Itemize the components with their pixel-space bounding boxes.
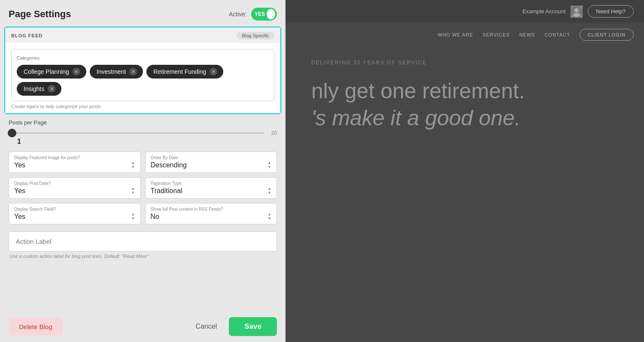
arrow-down-pagination-type: ▼ [267, 191, 271, 195]
dropdown-value-pagination-type: Traditional [151, 187, 182, 195]
settings-panel: Page Settings Active: YES BLOG FEED Blog… [0, 0, 286, 342]
tag-chip-college-planning[interactable]: College Planning ✕ [17, 65, 86, 79]
slider-value: 1 [9, 138, 277, 145]
arrow-down-order-by-date: ▼ [267, 165, 271, 169]
action-label-input[interactable] [9, 231, 277, 251]
blog-feed-header: BLOG FEED Blog Specific [5, 27, 280, 43]
svg-point-1 [574, 8, 579, 12]
dropdown-arrows-post-date: ▲ ▼ [131, 187, 135, 195]
slider-wrap: 20 [9, 130, 277, 136]
blog-feed-section: BLOG FEED Blog Specific Categories Colle… [4, 27, 281, 114]
need-help-button[interactable]: Need Help? [588, 5, 634, 18]
dropdown-order-by-date[interactable]: Order By Date: Descending ▲ ▼ [145, 151, 277, 173]
hero-content: Example Account Need Help? WHO WE ARE SE… [286, 0, 644, 144]
posts-per-page-label: Posts per Page [9, 119, 277, 126]
dropdown-arrows-search-field: ▲ ▼ [131, 212, 135, 221]
dropdown-pagination-type[interactable]: Pagination Type: Traditional ▲ ▼ [145, 177, 277, 199]
blog-specific-badge: Blog Specific [237, 32, 274, 39]
dropdown-search-field[interactable]: Display Search Field? Yes ▲ ▼ [9, 203, 141, 224]
hero-section: DELIVERING 35 YEARS OF SERVICE nly get o… [286, 47, 644, 144]
nav-services[interactable]: SERVICES [483, 32, 510, 37]
cancel-button[interactable]: Cancel [187, 318, 225, 335]
dropdown-value-row-rss-feeds: No ▲ ▼ [151, 212, 272, 221]
panel-title: Page Settings [9, 9, 71, 20]
account-avatar [571, 6, 583, 18]
footer-right: Cancel Save [187, 317, 277, 336]
dropdown-sublabel-order-by-date: Order By Date: [151, 155, 272, 160]
tag-label-retirement-funding: Retirement Funding [153, 68, 206, 75]
dropdowns-grid: Display Featured Image for posts? Yes ▲ … [0, 147, 286, 229]
dropdown-sublabel-featured-image: Display Featured Image for posts? [14, 155, 135, 160]
save-button[interactable]: Save [229, 317, 277, 336]
dropdown-value-row-order-by-date: Descending ▲ ▼ [151, 161, 272, 169]
dropdown-value-row-search-field: Yes ▲ ▼ [14, 212, 135, 221]
dropdown-sublabel-post-date: Display Post Date? [14, 181, 135, 186]
arrow-down-featured-image: ▼ [131, 165, 135, 169]
tag-label-insights: Insights [24, 85, 44, 92]
arrow-up-rss-feeds: ▲ [267, 212, 271, 216]
nav-who-we-are[interactable]: WHO WE ARE [437, 32, 473, 37]
arrow-down-post-date: ▼ [131, 191, 135, 195]
dropdown-sublabel-search-field: Display Search Field? [14, 207, 135, 212]
posts-per-page-section: Posts per Page 20 1 [0, 114, 286, 147]
panel-header: Page Settings Active: YES [0, 0, 286, 27]
blog-feed-title: BLOG FEED [11, 33, 43, 38]
tag-close-college-planning[interactable]: ✕ [73, 68, 80, 76]
arrow-up-post-date: ▲ [131, 187, 135, 191]
dropdown-arrows-rss-feeds: ▲ ▼ [267, 212, 271, 221]
tag-label-college-planning: College Planning [24, 68, 69, 75]
action-label-section: Use a custom action label for blog post … [0, 229, 286, 260]
toggle-knob [267, 9, 275, 19]
dropdown-post-date[interactable]: Display Post Date? Yes ▲ ▼ [9, 177, 141, 199]
tag-chip-retirement-funding[interactable]: Retirement Funding ✕ [146, 65, 223, 79]
tag-close-retirement-funding[interactable]: ✕ [210, 68, 217, 76]
site-tagline: DELIVERING 35 YEARS OF SERVICE [311, 60, 618, 66]
nav-contact[interactable]: CONTACT [544, 32, 570, 37]
dropdown-rss-feeds[interactable]: Show full Post content in RSS Feeds? No … [145, 203, 277, 224]
tags-row: College Planning ✕ Investment ✕ Retireme… [17, 65, 269, 96]
slider-track[interactable] [9, 132, 264, 134]
dropdown-arrows-featured-image: ▲ ▼ [131, 161, 135, 169]
tag-chip-investment[interactable]: Investment ✕ [90, 65, 143, 79]
tag-chip-insights[interactable]: Insights ✕ [17, 82, 61, 96]
action-label-hint: Use a custom action label for blog post … [9, 254, 277, 259]
dropdown-sublabel-rss-feeds: Show full Post content in RSS Feeds? [151, 207, 272, 212]
slider-max: 20 [268, 130, 277, 136]
panel-footer: Delete Blog Cancel Save [0, 311, 286, 342]
categories-hint: Create topics to help categorize your po… [11, 104, 274, 109]
tag-close-investment[interactable]: ✕ [129, 68, 137, 76]
dropdown-value-rss-feeds: No [151, 213, 159, 221]
arrow-up-search-field: ▲ [131, 212, 135, 216]
dropdown-value-row-post-date: Yes ▲ ▼ [14, 187, 135, 195]
toggle-yes-label: YES [253, 11, 265, 17]
client-login-button[interactable]: CLIENT LOGIN [580, 29, 634, 41]
active-toggle-row: Active: YES [229, 8, 277, 21]
nav-news[interactable]: NEWS [519, 32, 535, 37]
dropdown-value-post-date: Yes [14, 187, 25, 195]
site-preview-panel: Example Account Need Help? WHO WE ARE SE… [286, 0, 644, 342]
categories-box: Categories College Planning ✕ Investment… [11, 49, 274, 101]
svg-point-2 [573, 13, 580, 17]
slider-thumb[interactable] [8, 129, 16, 137]
dropdown-sublabel-pagination-type: Pagination Type: [151, 181, 272, 186]
arrow-up-pagination-type: ▲ [267, 187, 271, 191]
arrow-down-search-field: ▼ [131, 217, 135, 221]
blog-feed-body: Categories College Planning ✕ Investment… [5, 43, 280, 113]
dropdown-value-order-by-date: Descending [151, 161, 187, 169]
active-toggle[interactable]: YES [251, 8, 277, 21]
tag-close-insights[interactable]: ✕ [48, 85, 55, 93]
dropdown-arrows-pagination-type: ▲ ▼ [267, 187, 271, 195]
headline-line1: nly get one retirement. [311, 78, 612, 105]
dropdown-featured-image[interactable]: Display Featured Image for posts? Yes ▲ … [9, 151, 141, 173]
site-headline: nly get one retirement. 's make it a goo… [311, 78, 612, 131]
tag-label-investment: Investment [97, 68, 126, 75]
dropdown-value-featured-image: Yes [14, 161, 25, 169]
account-name: Example Account [522, 8, 565, 15]
dropdown-arrows-order-by-date: ▲ ▼ [267, 161, 271, 169]
dropdown-value-row-featured-image: Yes ▲ ▼ [14, 161, 135, 169]
delete-blog-button[interactable]: Delete Blog [9, 318, 63, 336]
categories-label: Categories [17, 55, 269, 61]
dropdown-value-row-pagination-type: Traditional ▲ ▼ [151, 187, 272, 195]
arrow-up-featured-image: ▲ [131, 161, 135, 165]
arrow-down-rss-feeds: ▼ [267, 217, 271, 221]
